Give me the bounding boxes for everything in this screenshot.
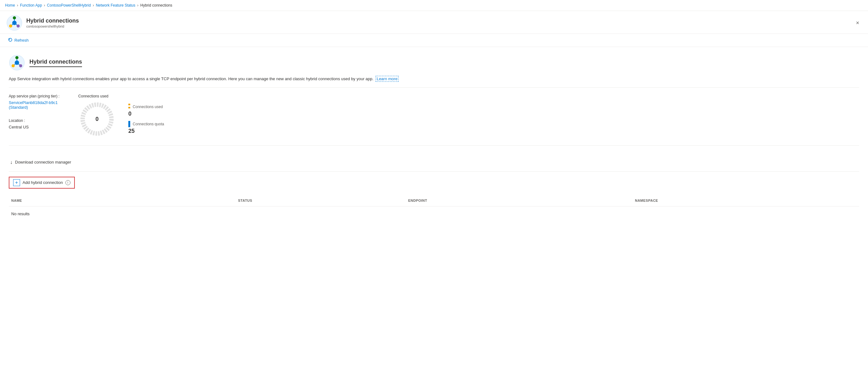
refresh-button[interactable]: Refresh [6, 36, 31, 44]
legend-used: Connections used 0 [128, 104, 164, 117]
connections-table: NAME STATUS ENDPOINT NAMESPACE No result… [9, 195, 859, 221]
info-col-plan: App service plan (pricing tier) : Servic… [9, 94, 60, 138]
panel-title-text: Hybrid connections [26, 18, 79, 24]
app-service-plan-label: App service plan (pricing tier) : [9, 94, 60, 99]
info-grid: App service plan (pricing tier) : Servic… [9, 94, 859, 146]
breadcrumb-contoso[interactable]: ContosoPowerShellHybrid [47, 3, 91, 7]
breadcrumb-sep-3: › [93, 3, 94, 7]
hybrid-connections-logo-icon [6, 15, 23, 31]
close-button[interactable]: × [853, 19, 862, 27]
legend-quota-text: Connections quota [133, 122, 164, 126]
breadcrumb-sep-1: › [17, 3, 18, 7]
download-connection-manager-button[interactable]: ↓ Download connection manager [9, 158, 72, 166]
panel-header-left: Hybrid connections contosopowershellhybr… [6, 15, 79, 31]
section-hybrid-icon [9, 55, 25, 71]
breadcrumb-function-app[interactable]: Function App [20, 3, 42, 7]
section-title: Hybrid connections [29, 59, 82, 67]
download-section: ↓ Download connection manager [9, 153, 859, 172]
legend: Connections used 0 Connections quota 25 [128, 104, 164, 134]
panel-subtitle: contosopowershellhybrid [26, 24, 79, 28]
donut-value: 0 [95, 116, 99, 122]
add-plus-icon: + [13, 179, 20, 186]
col-namespace: NAMESPACE [632, 197, 859, 204]
breadcrumb-sep-2: › [44, 3, 45, 7]
legend-used-bar [128, 104, 130, 110]
add-connection-label: Add hybrid connection [23, 180, 63, 185]
learn-more-link[interactable]: Learn more [376, 76, 398, 82]
add-hybrid-connection-button[interactable]: + Add hybrid connection i [9, 177, 75, 189]
section-header: Hybrid connections [9, 55, 859, 71]
col-name: NAME [9, 197, 236, 204]
table-empty-message: No results [9, 206, 859, 221]
legend-used-value: 0 [128, 111, 164, 117]
add-connection-section: + Add hybrid connection i [9, 177, 859, 189]
app-service-plan-link[interactable]: ServicePlanb818da2f-b9c1 (Standard) [9, 100, 60, 110]
connections-area: 0 Connections used 0 [78, 100, 164, 138]
panel-header: Hybrid connections contosopowershellhybr… [0, 11, 868, 34]
legend-used-text: Connections used [133, 105, 163, 109]
main-panel: Home › Function App › ContosoPowerShellH… [0, 0, 868, 391]
col-endpoint: ENDPOINT [406, 197, 632, 204]
info-tooltip-icon[interactable]: i [65, 180, 70, 185]
connections-used-label: Connections used [78, 94, 164, 99]
table-header: NAME STATUS ENDPOINT NAMESPACE [9, 195, 859, 206]
col-status: STATUS [236, 197, 406, 204]
legend-quota-value: 25 [128, 128, 164, 134]
legend-quota-bar [128, 121, 130, 127]
main-content: Hybrid connections App Service integrati… [0, 47, 868, 229]
breadcrumb-network[interactable]: Network Feature Status [96, 3, 135, 7]
donut-chart: 0 [78, 100, 116, 138]
refresh-label: Refresh [14, 38, 29, 43]
breadcrumb: Home › Function App › ContosoPowerShellH… [0, 0, 868, 11]
location-value: Central US [9, 125, 60, 130]
svg-point-2 [13, 16, 16, 20]
refresh-icon [8, 37, 12, 43]
download-label: Download connection manager [15, 160, 71, 165]
panel-title: Hybrid connections contosopowershellhybr… [26, 18, 79, 28]
location-label: Location : [9, 118, 60, 123]
description-text: App Service integration with hybrid conn… [9, 76, 859, 88]
svg-point-10 [16, 56, 19, 59]
breadcrumb-current: Hybrid connections [140, 3, 172, 7]
breadcrumb-home[interactable]: Home [5, 3, 15, 7]
toolbar: Refresh [0, 34, 868, 47]
info-col-connections: Connections used 0 [78, 94, 164, 138]
table-body: No results [9, 206, 859, 221]
legend-quota: Connections quota 25 [128, 121, 164, 134]
breadcrumb-sep-4: › [137, 3, 138, 7]
download-arrow-icon: ↓ [10, 160, 12, 165]
